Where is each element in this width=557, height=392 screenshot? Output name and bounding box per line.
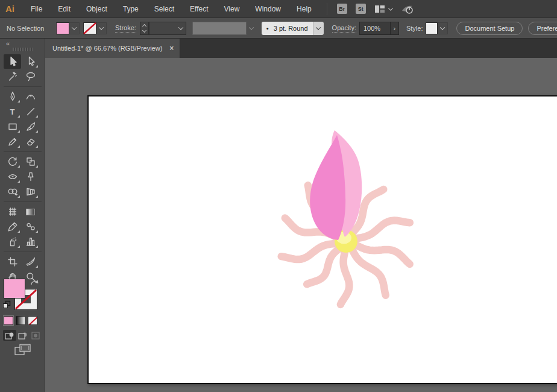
shape-builder-tool[interactable] <box>4 185 21 199</box>
line-segment-tool[interactable] <box>22 104 39 119</box>
tool-divider <box>4 251 42 252</box>
fill-swatch-large[interactable] <box>4 279 25 299</box>
slice-tool[interactable] <box>22 254 39 269</box>
menu-select[interactable]: Select <box>149 5 180 13</box>
menu-window[interactable]: Window <box>250 5 286 13</box>
screen-mode-icon <box>14 344 31 356</box>
tab-close-icon[interactable]: × <box>169 44 174 52</box>
column-graph-tool-icon <box>25 236 36 247</box>
rotate-tool[interactable] <box>4 154 21 169</box>
direct-selection-tool-icon <box>25 56 36 67</box>
canvas-area[interactable] <box>45 58 557 392</box>
eyedropper-tool[interactable] <box>4 220 21 234</box>
paintbrush-tool-icon <box>25 121 36 132</box>
power-sync-icon[interactable] <box>401 4 414 14</box>
mesh-tool[interactable] <box>4 204 21 219</box>
rectangle-tool[interactable] <box>4 119 21 134</box>
opacity-label[interactable]: Opacity: <box>332 24 356 33</box>
menu-object[interactable]: Object <box>81 5 113 13</box>
puppet-warp-tool[interactable] <box>22 169 39 184</box>
color-button[interactable] <box>4 316 13 325</box>
brush-definition-field[interactable]: • 3 pt. Round <box>262 22 313 35</box>
swap-arrows-icon <box>30 279 39 286</box>
fill-color-dropdown[interactable] <box>69 22 80 34</box>
menu-view[interactable]: View <box>219 5 245 13</box>
screen-mode-button[interactable] <box>14 344 31 358</box>
petal-front[interactable] <box>310 135 345 240</box>
curvature-tool[interactable] <box>22 89 39 104</box>
eraser-tool[interactable] <box>22 134 39 149</box>
preferences-button[interactable]: Preferences <box>528 22 557 35</box>
curvature-tool-icon <box>25 91 36 102</box>
none-button[interactable] <box>28 316 37 325</box>
chevron-down-icon <box>388 5 392 10</box>
bridge-button[interactable]: Br <box>337 4 347 14</box>
shape-builder-tool-icon <box>7 186 18 197</box>
arrange-documents-control[interactable] <box>374 5 392 13</box>
draw-behind-button[interactable] <box>16 330 30 341</box>
direct-selection-tool[interactable] <box>22 54 39 69</box>
app-logo: Ai <box>5 4 14 14</box>
width-tool-icon <box>7 171 18 182</box>
menu-effect[interactable]: Effect <box>184 5 213 13</box>
symbol-sprayer-tool-icon <box>7 236 18 247</box>
menubar-divider <box>327 3 327 15</box>
style-swatch[interactable] <box>426 22 438 34</box>
opacity-input[interactable]: 100% <box>359 22 391 35</box>
fill-color-swatch[interactable] <box>56 22 69 34</box>
width-tool[interactable] <box>4 169 21 184</box>
flower-artwork[interactable] <box>89 96 557 383</box>
selection-tool[interactable] <box>4 54 21 69</box>
stroke-color-dropdown[interactable] <box>96 22 107 34</box>
document-setup-button[interactable]: Document Setup <box>456 22 523 35</box>
artboard-tool[interactable] <box>4 254 21 269</box>
stroke-weight-stepper[interactable] <box>140 22 149 35</box>
gradient-button[interactable] <box>16 316 25 325</box>
scale-tool[interactable] <box>22 154 39 169</box>
stock-button[interactable]: St <box>356 4 366 14</box>
menu-type[interactable]: Type <box>118 5 144 13</box>
artboard-tool-icon <box>7 256 18 267</box>
blend-tool[interactable] <box>22 220 39 234</box>
menu-edit[interactable]: Edit <box>52 5 76 13</box>
draw-inside-button <box>30 330 43 341</box>
symbol-sprayer-tool[interactable] <box>4 235 21 249</box>
column-graph-tool[interactable] <box>22 235 39 249</box>
flower-arm[interactable] <box>341 247 350 305</box>
chevron-down-icon <box>316 25 321 30</box>
style-dropdown[interactable] <box>438 22 448 34</box>
default-fill-stroke-button[interactable] <box>2 300 11 311</box>
artboard[interactable] <box>87 95 557 384</box>
slice-tool-icon <box>25 256 36 267</box>
eyedropper-tool-icon <box>7 221 18 232</box>
none-diagonal-icon <box>28 317 37 325</box>
gradient-tool[interactable] <box>22 204 39 219</box>
panel-collapse-button[interactable]: « <box>6 40 9 47</box>
paintbrush-tool[interactable] <box>22 119 39 134</box>
lasso-tool[interactable] <box>22 69 39 84</box>
control-bar: No Selection Stroke: • 3 pt. Round Opaci… <box>0 18 557 39</box>
menu-bar: Ai FileEditObjectTypeSelectEffectViewWin… <box>0 0 557 18</box>
perspective-grid-tool[interactable] <box>22 185 39 199</box>
pen-tool[interactable] <box>4 89 21 104</box>
swap-fill-stroke-button[interactable] <box>30 278 39 289</box>
chevron-down-icon <box>440 25 445 30</box>
stepper-up-icon <box>142 24 146 28</box>
shaper-tool[interactable] <box>4 134 21 149</box>
menu-file[interactable]: File <box>25 5 48 13</box>
stroke-weight-dropdown[interactable] <box>149 22 186 35</box>
stroke-color-swatch[interactable] <box>83 22 96 34</box>
opacity-expand-button[interactable]: › <box>391 22 399 35</box>
menu-help[interactable]: Help <box>291 5 317 13</box>
stroke-label[interactable]: Stroke: <box>115 24 136 33</box>
eraser-tool-icon <box>25 136 36 147</box>
chevron-down-icon <box>99 25 104 30</box>
panel-grip[interactable] <box>13 48 33 51</box>
type-tool[interactable]: T <box>4 104 21 119</box>
magic-wand-tool[interactable] <box>4 69 21 84</box>
default-swatches-icon <box>2 300 11 309</box>
line-segment-tool-icon <box>25 106 36 117</box>
brush-definition-dropdown[interactable] <box>313 22 324 35</box>
document-tab[interactable]: Untitled-1* @ 66.67% (RGB/Preview) × <box>45 39 180 58</box>
draw-normal-button[interactable] <box>3 330 16 341</box>
